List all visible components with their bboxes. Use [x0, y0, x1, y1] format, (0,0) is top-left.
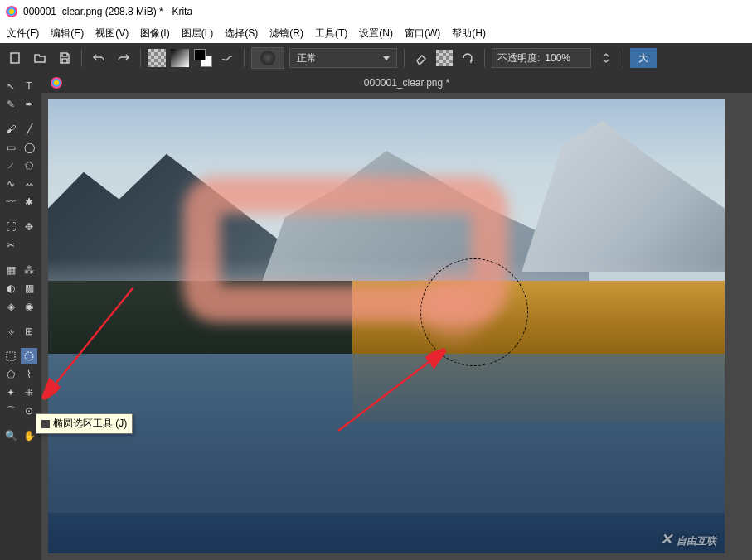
separator [623, 49, 623, 67]
blend-mode-dropdown[interactable]: 正常 [289, 48, 397, 68]
chevron-down-icon [383, 56, 390, 60]
ellipse-select-tooltip: 椭圆选区工具 (J) [36, 413, 133, 434]
svg-line-9 [338, 352, 442, 431]
blend-mode-value: 正常 [297, 51, 317, 65]
separator [140, 49, 141, 67]
menu-filter[interactable]: 滤镜(R) [269, 27, 303, 41]
menubar: 文件(F) 编辑(E) 视图(V) 图像(I) 图层(L) 选择(S) 滤镜(R… [0, 23, 752, 43]
open-file-button[interactable] [30, 48, 50, 68]
color-swatch[interactable] [194, 49, 212, 67]
menu-tools[interactable]: 工具(T) [315, 27, 347, 41]
menu-edit[interactable]: 编辑(E) [51, 27, 84, 41]
svg-point-2 [9, 9, 14, 14]
menu-help[interactable]: 帮助(H) [452, 27, 486, 41]
pattern-swatch[interactable] [148, 49, 166, 67]
workspace: ↖T ✎✒ 🖌╱ ▭◯ ⟋⬠ ∿ꕀ 〰✱ ⛶✥ ✂ ▦⁂ ◐▩ ◈◉ ⟐⊞ ⬠⌇… [0, 73, 752, 560]
separator [404, 49, 405, 67]
titlebar: 000001_clear.png (298.8 MiB) * - Krita [0, 0, 752, 23]
save-file-button[interactable] [55, 48, 75, 68]
svg-line-10 [46, 288, 133, 396]
undo-button[interactable] [89, 48, 109, 68]
menu-file[interactable]: 文件(F) [7, 27, 39, 41]
opacity-value: 100% [545, 52, 570, 64]
menu-view[interactable]: 视图(V) [95, 27, 129, 41]
menu-settings[interactable]: 设置(N) [359, 27, 393, 41]
brush-settings-icon[interactable] [217, 48, 237, 68]
window-title: 000001_clear.png (298.8 MiB) * - Krita [23, 6, 192, 17]
krita-logo-icon [5, 5, 18, 18]
separator [244, 49, 245, 67]
menu-window[interactable]: 窗口(W) [405, 27, 440, 41]
opacity-label: 不透明度: [497, 51, 540, 65]
separator [81, 49, 82, 67]
eraser-toggle-icon[interactable] [411, 48, 431, 68]
reload-preset-icon[interactable] [458, 48, 478, 68]
menu-layer[interactable]: 图层(L) [182, 27, 214, 41]
watermark: ✕ 自由互联 [660, 530, 716, 548]
opacity-spinner[interactable] [596, 48, 616, 68]
main-toolbar: 正常 不透明度: 100% 大 [0, 43, 752, 73]
menu-image[interactable]: 图像(I) [140, 27, 169, 41]
size-button[interactable]: 大 [630, 48, 657, 68]
menu-select[interactable]: 选择(S) [225, 27, 258, 41]
separator [484, 49, 485, 67]
gradient-swatch[interactable] [171, 49, 189, 67]
brush-preset-selector[interactable] [251, 47, 284, 69]
new-file-button[interactable] [5, 48, 25, 68]
svg-rect-3 [11, 53, 19, 63]
opacity-slider[interactable]: 不透明度: 100% [492, 48, 591, 68]
redo-button[interactable] [114, 48, 133, 68]
tab-title[interactable]: 000001_clear.png * [70, 77, 744, 89]
alpha-lock-icon[interactable] [436, 50, 453, 66]
